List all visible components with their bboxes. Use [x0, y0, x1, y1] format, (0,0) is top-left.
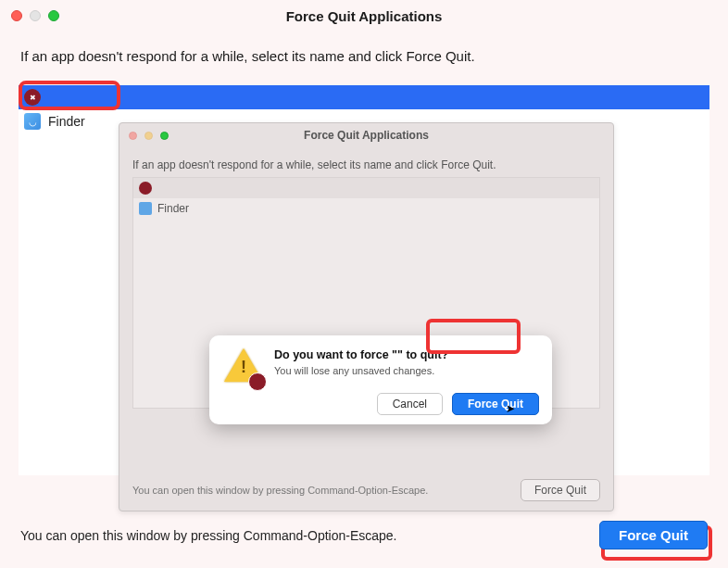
force-quit-button[interactable]: Force Quit — [599, 521, 708, 549]
inner-app-row-finder[interactable]: Finder — [133, 198, 599, 219]
inner-app-list: Finder ! Do you want to force "" to quit… — [132, 177, 600, 409]
force-quit-button[interactable]: Force Quit — [452, 393, 539, 415]
warning-icon: ! — [224, 348, 263, 387]
cursor-icon: ➤ — [506, 402, 515, 415]
app-icon-unresponsive — [24, 89, 41, 106]
inner-force-quit-button[interactable]: Force Quit — [521, 479, 600, 501]
inner-footer-hint: You can open this window by pressing Com… — [132, 485, 428, 496]
inner-window-title: Force Quit Applications — [119, 129, 613, 142]
instruction-text: If an app doesn't respond for a while, s… — [0, 32, 728, 73]
dialog-heading: Do you want to force "" to quit? — [274, 348, 448, 361]
footer: You can open this window by pressing Com… — [20, 521, 708, 549]
inner-app-row-selected[interactable] — [133, 178, 599, 198]
app-row-selected[interactable] — [19, 85, 709, 109]
finder-icon — [139, 202, 152, 215]
titlebar: Force Quit Applications — [0, 0, 728, 32]
finder-icon — [24, 113, 41, 130]
app-list: Finder Force Quit Applications If an app… — [19, 85, 709, 475]
cancel-button[interactable]: Cancel — [377, 393, 443, 415]
inner-instruction: If an app doesn't respond for a while, s… — [119, 147, 613, 177]
footer-hint: You can open this window by pressing Com… — [20, 528, 397, 543]
inner-force-quit-window: Force Quit Applications If an app doesn'… — [119, 122, 614, 511]
app-icon-unresponsive — [139, 182, 152, 195]
force-quit-window: Force Quit Applications If an app doesn'… — [0, 0, 728, 568]
app-name: Finder — [48, 114, 85, 129]
inner-footer: You can open this window by pressing Com… — [132, 479, 600, 501]
dialog-body: You will lose any unsaved changes. — [274, 365, 448, 376]
inner-titlebar: Force Quit Applications — [119, 123, 613, 147]
confirm-force-quit-dialog: ! Do you want to force "" to quit? You w… — [209, 335, 552, 424]
app-name: Finder — [157, 202, 189, 215]
window-title: Force Quit Applications — [0, 8, 728, 24]
